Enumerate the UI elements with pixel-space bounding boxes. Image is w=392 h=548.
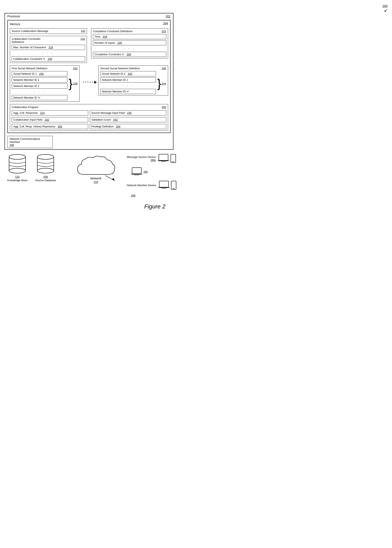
source-database-label: Source Database (35, 179, 57, 182)
bottom-section: 120 Knowledge Base 208 Source Database (7, 154, 388, 197)
laptop-icon-289 (131, 167, 142, 177)
knowledge-base-icon (8, 154, 27, 174)
network-cloud-label: Network 210 (90, 177, 102, 184)
memory-label: Memory (10, 22, 20, 26)
memory-box: Memory 204 Source Collaboration Message … (7, 20, 171, 133)
first-sn-ref: 232 (73, 67, 78, 70)
source-database-ref-num: 208 (43, 175, 48, 178)
processor-box: Processor 202 Memory 204 Source Collabor… (5, 13, 174, 150)
collab-constraint-n-box: Collaboration Constraint 'n' 220 (12, 56, 85, 61)
member-idn-label-right: Network Member ID 'n' (102, 90, 129, 93)
network-cloud-area: Network 210 (75, 154, 117, 184)
svg-point-0 (9, 154, 26, 159)
phone-icon-member (171, 181, 176, 190)
source-msg-input-box: Source Message Input Field 230 (90, 110, 166, 115)
right-devices-area: Message Source Device 289s (127, 154, 176, 197)
member-id2-box-left: Network Member ID 2 (12, 84, 67, 89)
second-sn-content: Social Network ID 2 242 Network Member I… (100, 71, 166, 94)
agg-coll-resp-history-ref: 256 (58, 125, 62, 128)
validation-count-box: Validation Count 252 (90, 117, 166, 122)
sn-id1-label: Social Network ID 1 (13, 72, 37, 75)
num-inputs-box: Number of Inputs 226 (93, 40, 166, 45)
source-collab-msg-box: Source Collaboration Message 212 (10, 28, 87, 34)
agg-coll-response-ref: 214 (40, 111, 45, 114)
num-inputs-label: Number of Inputs (95, 41, 115, 44)
collab-constraint-label: Collaboration Constraint Definitions (12, 37, 53, 43)
member-idn-box-right: Network Member ID 'n' (100, 89, 156, 94)
brace-right: } (157, 77, 161, 90)
agg-coll-response-box: Agg. Coll. Response 214 (12, 110, 88, 115)
brace-area-right: } 244 (157, 77, 166, 90)
laptop-icon-source (158, 154, 169, 163)
net-member-ref-area: 299 (131, 194, 176, 197)
member-idn-box-left: Network Member ID 'n' (12, 95, 67, 100)
completion-constraint-n-ref: 228 (127, 53, 131, 56)
first-sn-members: Social Network ID 1 234 Network Member I… (12, 71, 67, 100)
processor-label: Processor (7, 15, 20, 18)
time-label: Time (95, 35, 100, 38)
agg-coll-resp-history-box: Agg. Coll. Resp. History Repository 256 (12, 124, 88, 129)
top-ref-number: 200 (382, 4, 387, 8)
net-member-device-ref: 299 (131, 194, 136, 197)
knowledge-base-label: Knowledge Base (7, 179, 28, 182)
member-id2-label-left: Network Member ID 2 (13, 85, 39, 88)
message-source-device-area: Message Source Device 289s (127, 154, 176, 163)
top-arrow: ↙ (384, 8, 388, 13)
dots-2: · · · (93, 46, 166, 51)
knowledge-base-ref: 120 (15, 175, 20, 179)
max-chars-ref: 218 (49, 46, 53, 49)
member-id1-label-right: Network Member ID 1 (102, 78, 128, 81)
memory-content: Source Collaboration Message 212 Collabo… (10, 28, 168, 63)
agg-coll-resp-history-label: Agg. Coll. Resp. History Repository (13, 125, 56, 128)
collab-input-field-label: Collaboration Input Field (13, 118, 42, 121)
first-sn-label: First Social Network Definition (12, 67, 47, 70)
memory-ref: 204 (163, 22, 168, 25)
completion-constraint-n-label: Completion Constraint 'n' (95, 53, 124, 56)
max-chars-box: Max. Number of Characters 218 (12, 45, 85, 50)
svg-rect-19 (135, 174, 139, 175)
member-id1-box-right: Network Member ID 1 (100, 77, 156, 82)
network-cloud-ref: 210 (94, 180, 98, 184)
collab-constraint-box: Collaboration Constraint Definitions 216… (10, 36, 87, 63)
sn-id1-box: Social Network ID 1 234 (12, 71, 67, 76)
first-social-network-box: First Social Network Definition 232 Soci… (10, 65, 79, 102)
arrow-between-sn (83, 65, 95, 82)
network-comm-label: Network Communications Interface (10, 137, 40, 143)
top-ref-area: 200 ↙ (5, 4, 388, 13)
privilege-def-box: Privilege Definition 254 (90, 124, 166, 129)
first-sn-content: Social Network ID 1 234 Network Member I… (12, 71, 78, 100)
svg-point-4 (37, 154, 54, 159)
collab-constraint-inner: Max. Number of Characters 218 · · · Coll… (12, 45, 85, 61)
second-sn-members: Social Network ID 2 242 Network Member I… (100, 71, 156, 94)
brace-left: } (69, 77, 73, 90)
svg-point-3 (9, 168, 26, 173)
source-collab-msg-ref: 212 (81, 29, 85, 32)
collab-constraint-n-label: Collaboration Constraint 'n' (13, 57, 45, 60)
brace-ref-right: 244 (162, 82, 166, 85)
completion-constraint-box: Completion Constraint Definitions 222 Ti… (91, 28, 168, 58)
svg-line-9 (105, 175, 114, 181)
diagram-container: 200 ↙ Processor 202 Memory 204 Source Co… (5, 4, 388, 210)
member-idn-label-left: Network Member ID 'n' (13, 96, 40, 99)
sn-id2-box: Social Network ID 2 242 (100, 71, 156, 76)
source-collab-msg-label: Source Collaboration Message (12, 29, 49, 33)
collab-program-box: Collaboration Program 250 Agg. Coll. Res… (10, 104, 168, 130)
network-comm-ref: 206 (10, 143, 14, 147)
validation-count-label: Validation Count (91, 118, 111, 121)
social-network-row: First Social Network Definition 232 Soci… (10, 65, 168, 102)
validation-count-ref: 252 (113, 118, 118, 121)
network-comm-box: Network Communications Interface 206 (7, 136, 53, 148)
svg-rect-20 (159, 181, 168, 187)
svg-rect-23 (171, 181, 176, 190)
sn-id2-ref: 242 (128, 72, 132, 75)
privilege-def-label: Privilege Definition (91, 125, 114, 128)
sn-id2-label: Social Network ID 2 (102, 72, 126, 75)
source-database-icon (36, 154, 55, 174)
collab-program-label: Collaboration Program (12, 106, 39, 109)
laptop-alone-area: 289 (131, 167, 176, 177)
brace-ref-left: 236 (73, 82, 78, 85)
member-id1-label-left: Network Member ID 1 (13, 78, 39, 81)
second-sn-label: Second Social Network Definition (100, 67, 140, 70)
svg-point-7 (37, 168, 54, 173)
collab-constraint-n-ref: 220 (48, 57, 52, 60)
